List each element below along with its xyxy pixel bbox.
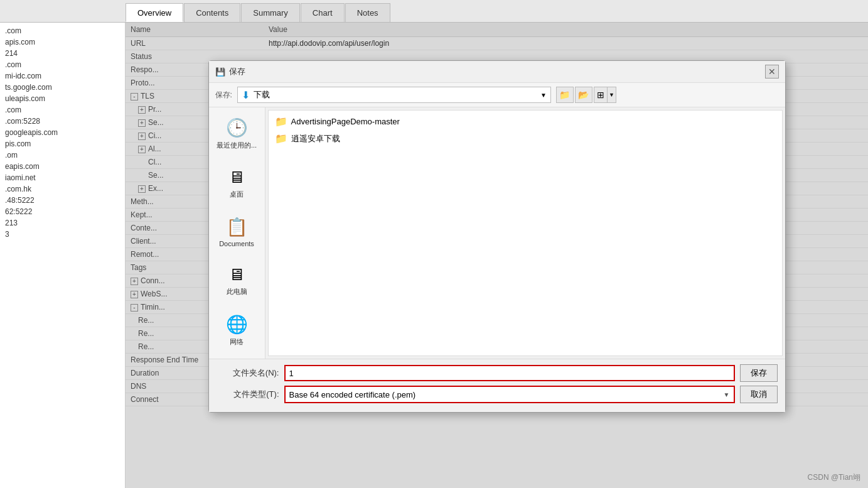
nav-this-pc-label: 此电脑 <box>227 287 247 296</box>
nav-recent-label: 最近使用的... <box>217 141 257 150</box>
tab-chart[interactable]: Chart <box>301 3 345 22</box>
location-value: 下载 <box>254 89 270 100</box>
dialog-close-button[interactable]: ✕ <box>765 65 779 79</box>
documents-icon: 📋 <box>226 217 248 237</box>
view-dropdown-arrow[interactable]: ▼ <box>608 87 616 103</box>
folder-icon: 📁 <box>275 133 287 144</box>
nav-network-label: 网络 <box>230 337 244 347</box>
sidebar-item[interactable]: ts.google.com <box>0 82 125 93</box>
sidebar-item[interactable]: apis.com <box>0 36 125 48</box>
save-dialog: 💾 保存 ✕ 保存: ⬇ 下载 ▼ <box>208 60 786 413</box>
chevron-down-icon: ▼ <box>540 92 547 99</box>
dialog-titlebar: 💾 保存 ✕ <box>209 61 785 83</box>
view-split-button: ⊞ ▼ <box>594 87 616 103</box>
filetype-value: Base 64 encoded certificate (.pem) <box>289 390 416 399</box>
save-dialog-icon: 💾 <box>215 67 225 77</box>
sidebar-item[interactable]: uleapis.com <box>0 93 125 104</box>
view-icon-button[interactable]: ⊞ <box>594 87 608 103</box>
download-icon: ⬇ <box>242 89 250 101</box>
close-icon: ✕ <box>768 67 776 77</box>
sidebar-item[interactable]: .com.hk <box>0 183 125 195</box>
right-panel: Name Value URL http://api.dodovip.com/ap… <box>126 23 868 488</box>
file-name: AdvertisingPageDemo-master <box>291 117 400 126</box>
filename-input[interactable] <box>284 365 735 381</box>
dialog-form: 文件夹名(N): 保存 文件类型(T): Base 64 encoded cer… <box>209 359 785 412</box>
file-item-xiyao[interactable]: 📁 逍遥安卓下载 <box>271 130 780 147</box>
save-location-label: 保存: <box>215 90 232 100</box>
sidebar-item[interactable]: .com <box>0 59 125 70</box>
dialog-overlay: 💾 保存 ✕ 保存: ⬇ 下载 ▼ <box>126 23 868 488</box>
nav-documents[interactable]: 📋 Documents <box>212 213 261 251</box>
nav-documents-label: Documents <box>219 240 254 247</box>
filetype-label: 文件类型(T): <box>217 389 279 400</box>
sidebar-item[interactable]: mi-idc.com <box>0 70 125 82</box>
tab-overview[interactable]: Overview <box>126 3 183 22</box>
this-pc-icon: 🖥 <box>228 265 245 285</box>
dialog-title: 💾 保存 <box>215 66 245 77</box>
main-content: .com apis.com 214 .com mi-idc.com ts.goo… <box>0 23 868 488</box>
location-select[interactable]: ⬇ 下载 ▼ <box>237 87 551 103</box>
tab-bar: Overview Contents Summary Chart Notes <box>0 0 868 23</box>
nav-desktop-label: 桌面 <box>230 190 244 199</box>
nav-desktop[interactable]: 🖥 桌面 <box>212 164 261 203</box>
tab-summary[interactable]: Summary <box>241 3 300 22</box>
nav-recent[interactable]: 🕒 最近使用的... <box>212 114 261 154</box>
dialog-title-text: 保存 <box>229 66 245 77</box>
sidebar-item[interactable]: iaomi.net <box>0 172 125 183</box>
sidebar-item[interactable]: .om <box>0 149 125 161</box>
app-window: Overview Contents Summary Chart Notes .c… <box>0 0 868 488</box>
dialog-toolbar: 保存: ⬇ 下载 ▼ 📁 📂 ⊞ ▼ <box>209 83 785 107</box>
folder-up-button[interactable]: 📂 <box>575 87 592 103</box>
nav-network[interactable]: 🌐 网络 <box>212 310 261 350</box>
sidebar-item[interactable]: .com <box>0 25 125 36</box>
new-folder-button[interactable]: 📁 <box>556 87 574 103</box>
network-icon: 🌐 <box>226 314 248 335</box>
dialog-file-area: 📁 AdvertisingPageDemo-master 📁 逍遥安卓下载 <box>268 110 783 356</box>
sidebar-item[interactable]: 213 <box>0 217 125 229</box>
file-name: 逍遥安卓下载 <box>291 133 340 144</box>
desktop-icon: 🖥 <box>228 168 245 187</box>
sidebar-item[interactable]: googleapis.com <box>0 127 125 138</box>
dialog-nav: 🕒 最近使用的... 🖥 桌面 📋 Documents <box>209 107 265 359</box>
file-item-advertising[interactable]: 📁 AdvertisingPageDemo-master <box>271 113 780 130</box>
sidebar-item[interactable]: pis.com <box>0 138 125 149</box>
sidebar-item[interactable]: 3 <box>0 229 125 240</box>
recent-icon: 🕒 <box>226 117 248 138</box>
dialog-browser: 🕒 最近使用的... 🖥 桌面 📋 Documents <box>209 107 785 359</box>
save-confirm-button[interactable]: 保存 <box>740 364 778 382</box>
tab-contents[interactable]: Contents <box>184 3 240 22</box>
filetype-chevron-icon: ▼ <box>724 391 730 398</box>
sidebar-item[interactable]: eapis.com <box>0 161 125 172</box>
cancel-button[interactable]: 取消 <box>740 386 778 403</box>
nav-this-pc[interactable]: 🖥 此电脑 <box>212 261 261 300</box>
sidebar-item[interactable]: .48:5222 <box>0 195 125 206</box>
filetype-select[interactable]: Base 64 encoded certificate (.pem) ▼ <box>284 386 735 403</box>
toolbar-icons: 📁 📂 ⊞ ▼ <box>556 87 616 103</box>
filename-label: 文件夹名(N): <box>217 367 279 379</box>
sidebar-item[interactable]: .com <box>0 104 125 116</box>
filetype-row: 文件类型(T): Base 64 encoded certificate (.p… <box>217 386 778 403</box>
sidebar-item[interactable]: 62:5222 <box>0 206 125 217</box>
folder-icon: 📁 <box>275 116 287 127</box>
tab-notes[interactable]: Notes <box>345 3 390 22</box>
filename-row: 文件夹名(N): 保存 <box>217 364 778 382</box>
sidebar-item[interactable]: 214 <box>0 48 125 59</box>
sidebar: .com apis.com 214 .com mi-idc.com ts.goo… <box>0 23 126 488</box>
sidebar-item[interactable]: .com:5228 <box>0 116 125 127</box>
